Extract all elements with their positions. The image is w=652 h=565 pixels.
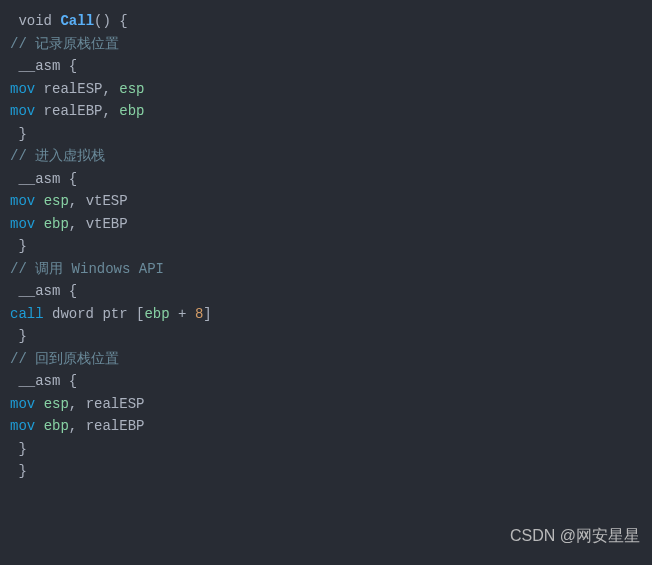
punct: () { (94, 13, 128, 29)
space (35, 418, 43, 434)
asm-block: __asm { (10, 171, 77, 187)
register: ebp (144, 306, 169, 322)
code-line-10: mov esp, vtESP (10, 190, 642, 213)
code-line-11: mov ebp, vtEBP (10, 213, 642, 236)
variable: , realEBP (69, 418, 145, 434)
space (35, 396, 43, 412)
variable: , realESP (69, 396, 145, 412)
code-line-4: mov realESP, esp (10, 78, 642, 101)
space (35, 216, 43, 232)
space (35, 193, 43, 209)
comment: // 记录原栈位置 (10, 36, 119, 52)
code-line-9: __asm { (10, 168, 642, 191)
dword-ptr: dword ptr [ (44, 306, 145, 322)
close-brace: } (10, 238, 27, 254)
function-name: Call (60, 13, 94, 29)
keyword-void: void (10, 13, 60, 29)
code-line-20: __asm { (10, 370, 642, 393)
code-line-12: } (10, 235, 642, 258)
code-line-19: // 回到原栈位置 (10, 348, 642, 371)
register: ebp (44, 216, 69, 232)
code-line-14: // 调用 Windows API (10, 258, 642, 281)
mov-keyword: mov (10, 418, 35, 434)
code-line-6: } (10, 123, 642, 146)
register: esp (44, 396, 69, 412)
comment: // 回到原栈位置 (10, 351, 119, 367)
code-line-15: __asm { (10, 280, 642, 303)
mov-keyword: mov (10, 216, 35, 232)
mov-keyword: mov (10, 81, 35, 97)
mov-keyword: mov (10, 103, 35, 119)
plus: + (170, 306, 195, 322)
close-brace: } (10, 328, 27, 344)
mov-keyword: mov (10, 396, 35, 412)
register: ebp (44, 418, 69, 434)
asm-block: __asm { (10, 283, 77, 299)
mov-keyword: mov (10, 193, 35, 209)
code-line-8: // 进入虚拟栈 (10, 145, 642, 168)
code-line-24: } (10, 460, 642, 483)
comment: // 调用 Windows API (10, 261, 164, 277)
call-keyword: call (10, 306, 44, 322)
close-brace: } (10, 126, 27, 142)
variable: realESP, (35, 81, 119, 97)
code-line-17: } (10, 325, 642, 348)
code-line-22: mov ebp, realEBP (10, 415, 642, 438)
code-line-2: // 记录原栈位置 (10, 33, 642, 56)
code-line-23: } (10, 438, 642, 461)
code-line-5: mov realEBP, ebp (10, 100, 642, 123)
close-brace: } (10, 463, 27, 479)
variable: realEBP, (35, 103, 119, 119)
register: ebp (119, 103, 144, 119)
code-line-16: call dword ptr [ebp + 8] (10, 303, 642, 326)
asm-block: __asm { (10, 373, 77, 389)
watermark: CSDN @网安星星 (510, 525, 640, 548)
code-line-1: void Call() { (10, 10, 642, 33)
close-brace: } (10, 441, 27, 457)
register: esp (119, 81, 144, 97)
code-line-3: __asm { (10, 55, 642, 78)
comment: // 进入虚拟栈 (10, 148, 105, 164)
variable: , vtEBP (69, 216, 128, 232)
register: esp (44, 193, 69, 209)
variable: , vtESP (69, 193, 128, 209)
code-line-21: mov esp, realESP (10, 393, 642, 416)
close-bracket: ] (203, 306, 211, 322)
asm-block: __asm { (10, 58, 77, 74)
code-block: void Call() { // 记录原栈位置 __asm { mov real… (10, 10, 642, 483)
